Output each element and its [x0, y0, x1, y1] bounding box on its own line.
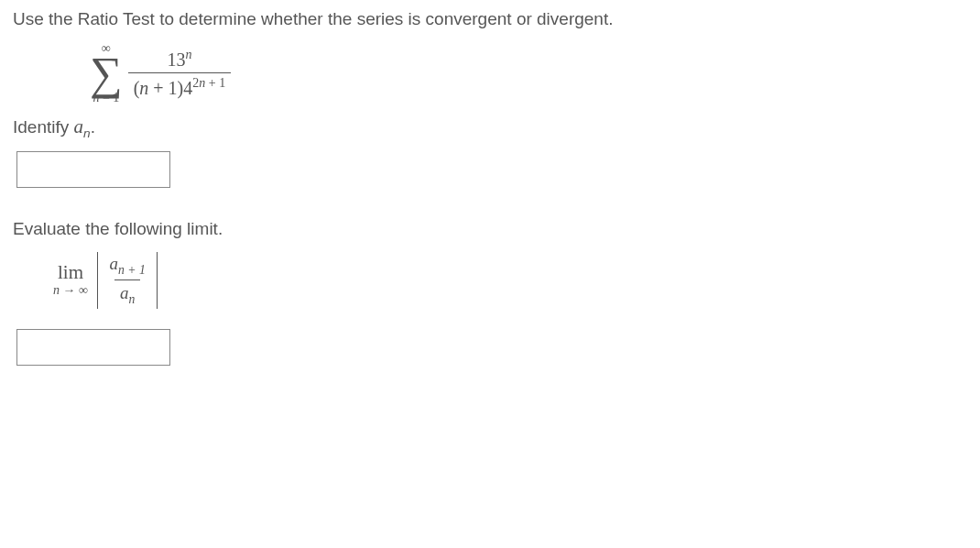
identify-sub: n [83, 126, 91, 140]
limit-operator: lim n → ∞ [53, 263, 88, 297]
evaluate-prompt: Evaluate the following limit. [13, 219, 967, 239]
sum-lower-eq: = 1 [99, 91, 119, 104]
ratio-num-a: a [109, 254, 118, 273]
identify-label: Identify [13, 117, 74, 137]
numerator-exp: n [185, 48, 191, 61]
summation-symbol: ∞ ∑ n = 1 [90, 42, 123, 104]
lim-text: lim [58, 263, 83, 282]
identify-answer-input[interactable] [16, 151, 170, 188]
abs-bar-right [157, 252, 158, 309]
series-expression: ∞ ∑ n = 1 13n (n + 1)42n + 1 [90, 42, 967, 104]
lim-sub: n → ∞ [53, 284, 88, 297]
identify-dot: . [91, 117, 95, 137]
den-var: n [139, 78, 148, 98]
series-fraction: 13n (n + 1)42n + 1 [128, 48, 232, 98]
absolute-value: an + 1 an [97, 252, 158, 309]
series-numerator: 13n [161, 48, 197, 72]
ratio-denominator: an [114, 279, 140, 307]
limit-expression: lim n → ∞ an + 1 an [53, 252, 967, 309]
identify-var: a [74, 115, 84, 137]
numerator-base: 13 [167, 49, 185, 70]
sum-lower: n = 1 [93, 92, 119, 104]
ratio-fraction: an + 1 an [103, 254, 150, 307]
sigma-glyph: ∑ [90, 55, 123, 92]
limit-answer-input[interactable] [16, 329, 170, 366]
identify-prompt: Identify an. [13, 115, 967, 140]
ratio-den-a: a [120, 283, 129, 302]
ratio-numerator: an + 1 [103, 254, 150, 279]
den-plus1: + 1)4 [148, 78, 192, 98]
series-denominator: (n + 1)42n + 1 [128, 72, 232, 99]
lim-sub-arrow: → ∞ [60, 283, 88, 297]
question-prompt: Use the Ratio Test to determine whether … [13, 9, 967, 29]
den-exp-b: + 1 [205, 76, 225, 90]
ratio-num-sub: n + 1 [118, 263, 146, 277]
lim-sub-var: n [53, 283, 60, 297]
ratio-den-sub: n [128, 292, 135, 306]
